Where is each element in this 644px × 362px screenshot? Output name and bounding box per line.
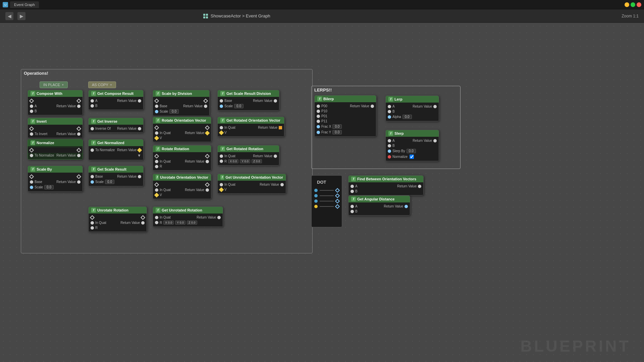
exec-in [154,99,159,103]
node-slerp[interactable]: f Slerp A Return Value [385,130,439,161]
pin-return-out [138,99,141,103]
node-invert[interactable]: f Invert To Invert Return Value [28,118,83,138]
window-controls [625,2,641,7]
node-get-unrotated-rotation[interactable]: f Get Unrotated Rotation In Quat Return … [153,206,223,227]
node-title: Get Rotated Orientation Vector [226,118,280,122]
func-icon: f [31,140,35,145]
exec-in [29,174,34,179]
scale-value[interactable]: 0.0 [44,185,54,189]
node-title: Get Unrotated Orientation Vector [225,175,283,179]
pin-return-out [77,132,80,136]
back-button[interactable]: ◀ [5,12,13,20]
slerpby-value[interactable]: 0.0 [407,149,416,153]
node-bilerp[interactable]: f Bilerp P00 Return Value [314,95,376,137]
dot-diamond-3 [335,199,340,203]
func-icon: f [156,208,160,213]
node-get-rotated-rotation[interactable]: f Get Rotated Rotation In Quat Return Va… [217,145,279,166]
dot-line-4 [320,206,334,207]
scale-value[interactable]: 0.0 [105,180,114,184]
zoom-label: Zoom 1:1 [622,14,639,18]
node-get-compose-result[interactable]: f Get Compose Result A Return Value B [88,90,144,110]
exec-out [141,215,145,220]
pin-return-out [137,147,142,152]
r-x-value[interactable]: X 0.0 [163,221,174,225]
exec-row [153,98,209,104]
pin-p10-in [317,110,320,113]
node-get-inverse[interactable]: f Get Inverse Inverse Of Return Value [88,118,144,133]
node-rotate-orientation-vector[interactable]: f Rotate Orientation Vector In Quat Retu… [153,117,211,142]
pin-inquat-in [220,183,223,186]
pin-v-in [154,192,159,197]
node-title: Get Unrotated Rotation [162,208,202,212]
node-find-between-orientation-vectors[interactable]: f Find Between Orientation Vectors A Ret… [348,175,424,195]
fracx-value[interactable]: 0.0 [332,124,342,129]
node-get-scale-result-division[interactable]: f Get Scale Result Division Base Return … [217,90,279,111]
pin-row-base: Base Return Value [28,179,83,184]
tab-event-graph[interactable]: Event Graph [10,1,39,8]
pin-tonorm-in [30,154,33,157]
inplace-button[interactable]: IN PLACE ▼ [40,81,68,88]
func-icon: f [156,118,160,123]
node-title: Find Between Orientation Vectors [357,177,416,181]
node-scale-by-division[interactable]: f Scale by Division Base Return Value [153,90,210,116]
pin-return-out [274,99,277,103]
dot-row-3 [314,199,339,203]
forward-button[interactable]: ▶ [17,12,25,20]
r-y-value[interactable]: Y 0.0 [240,159,250,163]
fracy-value[interactable]: 0.0 [332,130,342,134]
maximize-button[interactable] [631,2,635,7]
node-unrotate-orientation-vector[interactable]: f Unrotate Orientation Vector In Quat Re… [153,174,211,199]
pin-row-inquat: In Quat Return Value [218,182,286,187]
node-title: Rotate Orientation Vector [162,118,206,122]
r-z-value[interactable]: Z 0.0 [252,159,262,163]
r-z-value[interactable]: Z 0.0 [187,221,197,225]
ascopy-button[interactable]: AS COPY ▼ [88,81,116,88]
exec-in [154,154,159,159]
close-button[interactable] [637,2,641,7]
node-get-scale-result[interactable]: f Get Scale Result Base Return Value Sca… [88,166,144,186]
func-icon: f [91,167,96,172]
pin-b: B [348,189,423,194]
normalize-checkbox[interactable] [410,155,414,159]
node-title: Get Scale Result Division [226,92,271,96]
pin-b-in [91,104,94,108]
node-get-angular-distance[interactable]: f Get Angular Distance A Return Value B [348,195,410,216]
scale-value[interactable]: 0.0 [234,104,244,108]
exec-in [154,182,159,187]
node-get-rotated-orientation-vector[interactable]: f Get Rotated Orientation Vector In Quat… [217,117,284,137]
pin-p11-in [317,120,320,123]
node-unrotate-rotation[interactable]: f Unrotate Rotation In Quat Return Value [88,206,147,232]
func-icon: f [91,140,96,145]
minimize-button[interactable] [625,2,629,7]
node-normalize[interactable]: f Normalize To Normalize Return Value [28,139,83,160]
node-get-normalized[interactable]: f Get Normalized To Normalize Return Val… [88,139,144,160]
scale-value[interactable]: 0.0 [169,109,179,114]
pin-return-out [138,175,141,178]
node-lerp[interactable]: f Lerp A Return Value [385,96,439,121]
pin-return-out [205,130,210,135]
node-compose-with[interactable]: f Compose With A Return Value [28,90,83,115]
func-icon: f [220,146,225,151]
lerps-title: LERPS!! [312,86,460,94]
func-icon: f [388,131,393,136]
pin-a: A Return Value [348,184,423,189]
func-icon: f [31,91,35,96]
pin-inverseof-in [91,127,94,130]
r-y-value[interactable]: Y 0.0 [175,221,185,225]
node-rotate-rotation[interactable]: f Rotate Rotation In Quat Return Value [153,145,211,171]
pin-slerpby: Slerp By 0.0 [386,148,439,154]
func-icon: f [91,91,96,96]
pin-slerpby-in [388,149,391,153]
breadcrumb: ShowcaseActor > Event Graph [203,13,270,18]
node-title: Scale By [37,167,52,171]
exec-row [28,147,83,153]
pin-normalize-in [388,155,391,159]
node-scale-by[interactable]: f Scale By Base Return Value [28,166,83,192]
node-get-unrotated-orientation-vector[interactable]: f Get Unrotated Orientation Vector In Qu… [217,174,286,194]
r-x-value[interactable]: X 0.0 [228,159,238,163]
pin-row-inquat: In Quat Return Value [153,187,211,192]
exec-out [205,182,210,187]
pin-row-scale: Scale 0.0 [28,184,83,190]
alpha-value[interactable]: 0.0 [402,115,412,119]
func-icon: f [351,197,356,201]
